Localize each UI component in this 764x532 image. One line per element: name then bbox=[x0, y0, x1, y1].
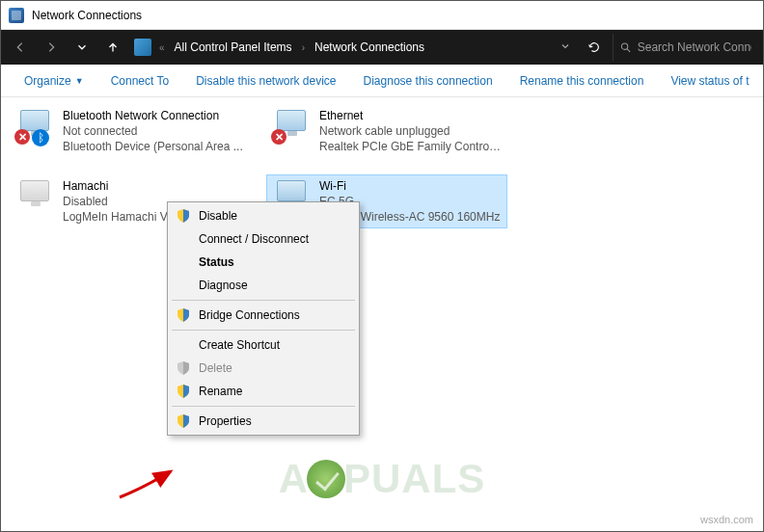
rename-button[interactable]: Rename this connection bbox=[506, 68, 658, 93]
connect-to-button[interactable]: Connect To bbox=[97, 68, 183, 93]
titlebar: Network Connections bbox=[1, 1, 763, 30]
breadcrumb[interactable]: « All Control Panel Items › Network Conn… bbox=[130, 34, 543, 61]
organize-menu[interactable]: Organize ▼ bbox=[11, 68, 97, 93]
connection-status: Network cable unplugged bbox=[319, 123, 503, 139]
footer-attribution: wsxdn.com bbox=[700, 514, 753, 525]
menu-shortcut[interactable]: Create Shortcut bbox=[170, 333, 357, 357]
shield-icon bbox=[176, 360, 191, 376]
connection-icon bbox=[14, 178, 57, 217]
shield-icon bbox=[176, 307, 191, 323]
breadcrumb-separator: › bbox=[300, 42, 307, 53]
menu-connect[interactable]: Connect / Disconnect bbox=[170, 227, 357, 251]
shield-icon bbox=[176, 384, 191, 399]
menu-status[interactable]: Status bbox=[170, 251, 357, 274]
app-icon bbox=[9, 8, 24, 23]
connection-icon: ✕ ᛒ bbox=[14, 108, 57, 146]
svg-point-0 bbox=[621, 43, 627, 49]
connection-name: Bluetooth Network Connection bbox=[63, 108, 243, 123]
disconnected-icon: ✕ bbox=[271, 129, 286, 145]
connection-name: Hamachi bbox=[63, 178, 246, 194]
chevron-down-icon: ▼ bbox=[75, 76, 84, 86]
back-button[interactable] bbox=[7, 34, 34, 61]
shield-icon bbox=[176, 413, 191, 429]
up-button[interactable] bbox=[99, 34, 126, 61]
diagnose-button[interactable]: Diagnose this connection bbox=[350, 68, 506, 93]
context-menu: Disable Connect / Disconnect Status Diag… bbox=[167, 201, 360, 436]
connection-grid: ✕ ᛒ Bluetooth Network Connection Not con… bbox=[11, 105, 753, 227]
menu-diagnose[interactable]: Diagnose bbox=[170, 274, 357, 297]
connection-ethernet[interactable]: ✕ Ethernet Network cable unplugged Realt… bbox=[267, 105, 506, 158]
chevron-down-icon bbox=[559, 40, 571, 52]
watermark-logo-icon bbox=[307, 460, 345, 498]
refresh-icon bbox=[587, 40, 601, 54]
menu-separator bbox=[172, 330, 355, 331]
window-title: Network Connections bbox=[32, 9, 142, 22]
search-icon bbox=[619, 40, 632, 54]
connection-name: Wi-Fi bbox=[319, 178, 500, 194]
disable-device-button[interactable]: Disable this network device bbox=[182, 68, 349, 93]
address-bar: « All Control Panel Items › Network Conn… bbox=[1, 30, 763, 65]
arrow-right-icon bbox=[44, 40, 58, 54]
disconnected-icon: ✕ bbox=[14, 129, 30, 145]
search-placeholder: Search Network Connec bbox=[638, 40, 751, 54]
window: Network Connections « All Control Panel … bbox=[0, 0, 764, 532]
connection-device: Bluetooth Device (Personal Area ... bbox=[63, 139, 243, 154]
breadcrumb-item-control-panel[interactable]: All Control Panel Items bbox=[169, 37, 298, 58]
arrow-up-icon bbox=[106, 40, 120, 54]
bluetooth-icon: ᛒ bbox=[32, 129, 49, 146]
connection-name: Ethernet bbox=[319, 108, 503, 123]
breadcrumb-item-network[interactable]: Network Connections bbox=[309, 37, 430, 58]
view-status-button[interactable]: View status of t bbox=[657, 68, 762, 93]
refresh-button[interactable] bbox=[580, 34, 609, 61]
watermark: APUALS bbox=[1, 456, 763, 502]
location-icon bbox=[134, 39, 151, 56]
shield-icon bbox=[176, 208, 191, 224]
breadcrumb-dropdown[interactable] bbox=[553, 40, 578, 55]
menu-delete: Delete bbox=[170, 357, 357, 380]
menu-separator bbox=[172, 300, 355, 301]
breadcrumb-prefix: « bbox=[157, 42, 167, 53]
arrow-left-icon bbox=[14, 40, 27, 54]
menu-separator bbox=[172, 406, 355, 407]
connection-icon: ✕ bbox=[271, 108, 314, 146]
connection-status: Not connected bbox=[63, 123, 243, 139]
forward-button[interactable] bbox=[38, 34, 65, 61]
menu-properties[interactable]: Properties bbox=[170, 410, 357, 433]
toolbar: Organize ▼ Connect To Disable this netwo… bbox=[1, 65, 763, 97]
menu-bridge[interactable]: Bridge Connections bbox=[170, 304, 357, 327]
chevron-down-icon bbox=[75, 40, 89, 54]
recent-dropdown[interactable] bbox=[68, 34, 96, 61]
connection-bluetooth[interactable]: ✕ ᛒ Bluetooth Network Connection Not con… bbox=[11, 105, 250, 158]
menu-rename[interactable]: Rename bbox=[170, 380, 357, 403]
annotation-arrow bbox=[115, 464, 182, 502]
menu-disable[interactable]: Disable bbox=[170, 204, 357, 227]
connection-device: Realtek PCIe GbE Family Controller bbox=[319, 139, 503, 154]
content-area: ✕ ᛒ Bluetooth Network Connection Not con… bbox=[1, 97, 763, 531]
search-input[interactable]: Search Network Connec bbox=[613, 34, 757, 61]
